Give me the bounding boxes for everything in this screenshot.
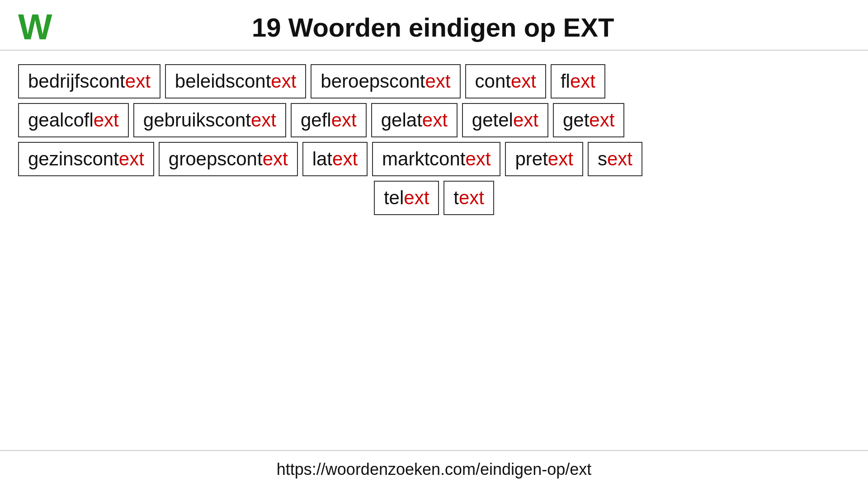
word-box: pretext	[505, 142, 583, 176]
footer-url: https://woordenzoeken.com/eindigen-op/ex…	[277, 460, 591, 479]
word-box: bedrijfscontext	[18, 64, 160, 99]
word-base: gefl	[301, 109, 331, 131]
word-base: pret	[515, 148, 547, 170]
word-box: gealcoflext	[18, 103, 129, 137]
word-base: get	[563, 109, 589, 131]
word-suffix: ext	[422, 109, 448, 131]
word-box: gebruikscontext	[133, 103, 286, 137]
word-base: getel	[472, 109, 513, 131]
word-suffix: ext	[548, 148, 573, 170]
word-box: context	[465, 64, 546, 99]
word-base: gezinscont	[28, 148, 119, 170]
word-base: groepscont	[169, 148, 263, 170]
word-box: telext	[374, 181, 439, 215]
word-base: beroepscont	[321, 70, 425, 92]
word-suffix: ext	[119, 148, 144, 170]
page-header: W 19 Woorden eindigen op EXT	[0, 0, 868, 51]
word-box: geflext	[291, 103, 367, 137]
word-suffix: ext	[331, 109, 357, 131]
site-logo: W	[18, 9, 52, 45]
word-box: gezinscontext	[18, 142, 154, 176]
page-footer: https://woordenzoeken.com/eindigen-op/ex…	[0, 450, 868, 488]
word-suffix: ext	[271, 70, 296, 92]
word-suffix: ext	[465, 148, 491, 170]
words-content: bedrijfscontextbeleidscontextberoepscont…	[0, 51, 868, 450]
word-base: fl	[561, 70, 570, 92]
word-row-3: gezinscontextgroepscontextlatextmarktcon…	[18, 142, 850, 176]
word-row-4: telexttext	[18, 181, 850, 215]
word-box: gelatext	[371, 103, 458, 137]
word-box: text	[443, 181, 494, 215]
word-base: bedrijfscont	[28, 70, 125, 92]
word-suffix: ext	[511, 70, 536, 92]
word-box: beroepscontext	[311, 64, 460, 99]
word-base: beleidscont	[175, 70, 271, 92]
word-suffix: ext	[404, 187, 429, 209]
word-suffix: ext	[425, 70, 451, 92]
word-suffix: ext	[589, 109, 614, 131]
word-base: cont	[475, 70, 511, 92]
word-suffix: ext	[94, 109, 119, 131]
word-base: gealcofl	[28, 109, 94, 131]
word-base: s	[598, 148, 607, 170]
word-box: latext	[302, 142, 368, 176]
word-box: beleidscontext	[165, 64, 307, 99]
word-suffix: ext	[263, 148, 288, 170]
word-base: tel	[384, 187, 404, 209]
page-title: 19 Woorden eindigen op EXT	[71, 12, 796, 42]
word-base: marktcont	[382, 148, 465, 170]
word-base: t	[453, 187, 459, 209]
word-box: sext	[588, 142, 642, 176]
word-suffix: ext	[570, 70, 595, 92]
word-box: marktcontext	[372, 142, 500, 176]
word-suffix: ext	[513, 109, 538, 131]
word-suffix: ext	[332, 148, 358, 170]
word-box: flext	[551, 64, 605, 99]
word-suffix: ext	[125, 70, 151, 92]
word-base: gebruikscont	[143, 109, 251, 131]
word-box: groepscontext	[159, 142, 298, 176]
word-suffix: ext	[459, 187, 484, 209]
word-suffix: ext	[251, 109, 276, 131]
word-base: gelat	[381, 109, 422, 131]
word-row-2: gealcoflextgebruikscontextgeflextgelatex…	[18, 103, 850, 137]
word-suffix: ext	[607, 148, 632, 170]
word-box: getelext	[462, 103, 548, 137]
word-row-1: bedrijfscontextbeleidscontextberoepscont…	[18, 64, 850, 99]
word-box: getext	[553, 103, 624, 137]
word-base: lat	[312, 148, 332, 170]
